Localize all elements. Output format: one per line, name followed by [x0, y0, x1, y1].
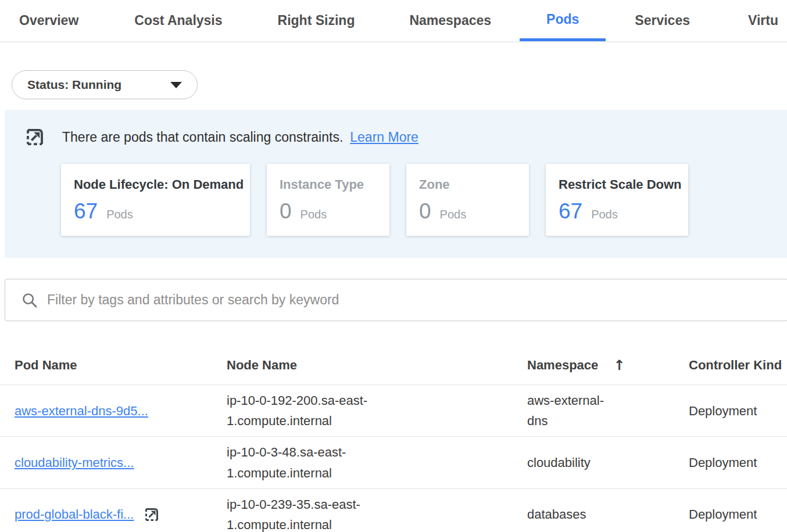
scaling-constraints-banner: There are pods that contain scaling cons…	[5, 110, 787, 258]
controller-kind-cell: Deployment	[689, 401, 787, 421]
column-header-controller-kind[interactable]: Controller Kind	[689, 358, 787, 373]
pod-name-link[interactable]: prod-global-black-fi...	[15, 504, 134, 524]
tab-services[interactable]: Services	[635, 0, 690, 41]
card-instance-type[interactable]: Instance Type 0 Pods	[267, 164, 389, 236]
chevron-down-icon	[170, 82, 182, 88]
tab-cost-analysis[interactable]: Cost Analysis	[134, 0, 222, 41]
card-title: Node Lifecycle: On Demand	[74, 177, 250, 192]
banner-message: There are pods that contain scaling cons…	[62, 130, 343, 145]
card-title: Restrict Scale Down	[559, 177, 688, 192]
tab-overview[interactable]: Overview	[19, 0, 78, 41]
controller-kind-cell: Deployment	[689, 504, 787, 524]
card-unit: Pods	[301, 208, 327, 221]
column-header-namespace[interactable]: Namespace ↑	[527, 357, 689, 373]
card-value: 0	[280, 199, 292, 224]
card-value: 67	[559, 199, 582, 224]
card-unit: Pods	[440, 208, 467, 221]
column-header-pod-name[interactable]: Pod Name	[15, 358, 227, 373]
card-restrict-scale-down[interactable]: Restrict Scale Down 67 Pods	[546, 164, 688, 236]
table-row: cloudability-metrics... ip-10-0-3-48.sa-…	[0, 437, 787, 488]
node-name-cell: ip-10-0-3-48.sa-east-1.compute.internal	[227, 442, 385, 483]
node-name-cell: ip-10-0-192-200.sa-east-1.compute.intern…	[227, 390, 385, 431]
node-name-cell: ip-10-0-239-35.sa-east-1.compute.interna…	[227, 494, 385, 532]
tab-pods[interactable]: Pods	[520, 0, 606, 41]
card-title: Zone	[419, 177, 529, 192]
card-node-lifecycle[interactable]: Node Lifecycle: On Demand 67 Pods	[61, 164, 250, 236]
card-zone[interactable]: Zone 0 Pods	[406, 164, 529, 236]
table-row: aws-external-dns-9d5... ip-10-0-192-200.…	[0, 385, 787, 437]
pod-name-link[interactable]: cloudability-metrics...	[15, 452, 134, 473]
namespace-cell: aws-external-dns	[527, 390, 620, 431]
scale-out-icon	[24, 126, 46, 148]
scale-out-icon	[143, 506, 160, 523]
learn-more-link[interactable]: Learn More	[350, 130, 418, 145]
constraint-cards: Node Lifecycle: On Demand 67 Pods Instan…	[61, 164, 787, 236]
search-input[interactable]	[47, 292, 777, 308]
table-row: prod-global-black-fi... ip-10-0-239-35.s…	[0, 489, 787, 532]
status-filter-dropdown[interactable]: Status: Running	[12, 70, 198, 99]
namespace-cell: cloudability	[527, 452, 620, 473]
card-value: 67	[74, 199, 98, 224]
pods-table: Pod Name Node Name Namespace ↑ Controlle…	[0, 346, 787, 532]
filter-search-box	[5, 279, 787, 321]
tab-namespaces[interactable]: Namespaces	[409, 0, 491, 41]
tab-bar: Overview Cost Analysis Right Sizing Name…	[0, 0, 787, 42]
card-unit: Pods	[591, 208, 618, 221]
card-unit: Pods	[106, 208, 133, 221]
tab-virtual[interactable]: Virtu	[748, 0, 778, 41]
pod-name-link[interactable]: aws-external-dns-9d5...	[15, 401, 148, 421]
column-header-node-name[interactable]: Node Name	[227, 358, 527, 373]
table-header-row: Pod Name Node Name Namespace ↑ Controlle…	[0, 346, 787, 385]
controller-kind-cell: Deployment	[689, 452, 787, 473]
namespace-cell: databases	[527, 504, 620, 524]
sort-asc-icon[interactable]: ↑	[613, 357, 625, 373]
tab-right-sizing[interactable]: Right Sizing	[278, 0, 355, 41]
card-value: 0	[419, 199, 431, 224]
search-icon	[22, 292, 38, 308]
status-filter-value: Status: Running	[27, 78, 121, 92]
card-title: Instance Type	[280, 177, 389, 192]
